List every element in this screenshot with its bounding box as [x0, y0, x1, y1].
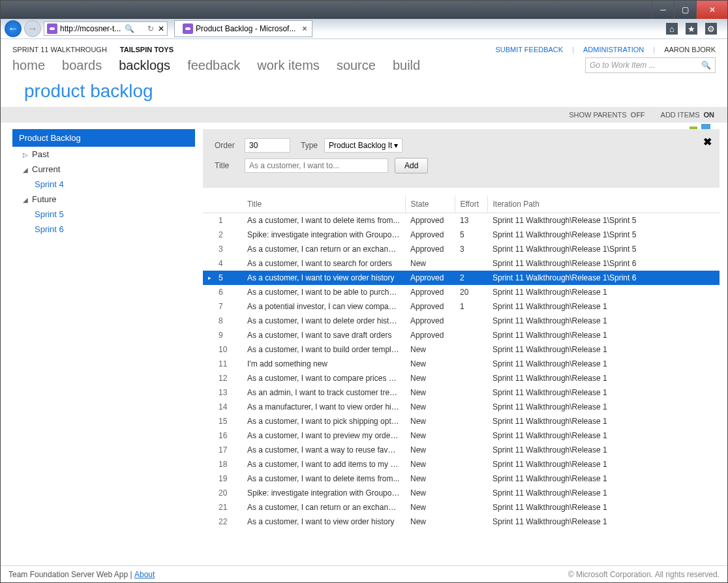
nav-forward-button[interactable]: → [24, 20, 41, 37]
cell-state: Approved [405, 228, 455, 242]
cell-title: As a customer, I want to delete items fr… [242, 471, 405, 486]
cell-effort [455, 515, 487, 529]
row-number: 5 [213, 271, 242, 285]
table-row[interactable]: 13As an admin, I want to track customer … [203, 385, 720, 400]
footer-about-link[interactable]: About [134, 570, 155, 579]
row-indicator-icon [203, 500, 213, 515]
tree-sprint-5[interactable]: Sprint 5 [16, 207, 195, 222]
table-row[interactable]: 1As a customer, I want to delete items f… [203, 213, 720, 228]
cell-effort: 13 [455, 213, 487, 228]
table-row[interactable]: 8As a customer, I want to delete order h… [203, 314, 720, 328]
cell-effort [455, 342, 487, 357]
row-indicator-icon [203, 385, 213, 400]
minimize-button[interactable]: ─ [652, 1, 674, 19]
table-row[interactable]: 11I'm add something newNewSprint 11 Walk… [203, 357, 720, 371]
cell-title: As a customer, I can return or an exchan… [242, 242, 405, 256]
table-row[interactable]: 14As a manufacturer, I want to view orde… [203, 400, 720, 414]
tree-current[interactable]: ◢Current [16, 162, 195, 177]
table-row[interactable]: 21As a customer, I can return or an exch… [203, 500, 720, 515]
table-row[interactable]: 6As a customer, I want to be able to pur… [203, 285, 720, 299]
add-items-toggle[interactable]: ON [704, 111, 715, 119]
project-collection[interactable]: SPRINT 11 WALKTHROUGH [12, 46, 107, 53]
nav-item-source[interactable]: source [337, 58, 376, 73]
nav-item-work-items[interactable]: work items [257, 58, 320, 73]
administration-link[interactable]: ADMINISTRATION [583, 46, 644, 53]
table-row[interactable]: 22As a customer, I want to view order hi… [203, 515, 720, 529]
tree-sprint-6[interactable]: Sprint 6 [16, 222, 195, 237]
nav-item-feedback[interactable]: feedback [187, 58, 240, 73]
table-row[interactable]: ▸5As a customer, I want to view order hi… [203, 271, 720, 285]
table-row[interactable]: 17As a customer, I want a way to reuse f… [203, 443, 720, 457]
title-label: Title [215, 161, 238, 170]
nav-item-build[interactable]: build [393, 58, 420, 73]
home-icon[interactable]: ⌂ [666, 23, 678, 35]
row-indicator-icon [203, 228, 213, 242]
cell-title: As a customer, I want to view order hist… [242, 515, 405, 529]
browser-tab[interactable]: Product Backlog - Microsof... × [174, 20, 312, 37]
row-indicator-icon [203, 400, 213, 414]
maximize-button[interactable]: ▢ [674, 1, 696, 19]
tree-future[interactable]: ◢Future [16, 192, 195, 207]
show-parents-toggle[interactable]: OFF [631, 111, 645, 119]
tree-past[interactable]: ▷Past [16, 147, 195, 162]
nav-item-home[interactable]: home [12, 58, 45, 73]
favorites-icon[interactable]: ★ [686, 23, 697, 35]
table-row[interactable]: 7As a potential investor, I can view com… [203, 299, 720, 314]
order-input[interactable] [245, 138, 290, 153]
cell-iteration: Sprint 11 Walkthrough\Release 1 [487, 285, 720, 299]
browser-toolbar: ← → http://mcosner-t... 🔍 ↻ ✕ Product Ba… [1, 19, 727, 38]
type-select[interactable]: Product Backlog It ▾ [324, 138, 402, 153]
breadcrumb: SPRINT 11 WALKTHROUGH TAILSPIN TOYS SUBM… [12, 46, 716, 53]
tree-sprint-4[interactable]: Sprint 4 [16, 177, 195, 192]
col-effort[interactable]: Effort [455, 196, 487, 213]
stop-icon[interactable]: ✕ [158, 24, 167, 33]
address-bar[interactable]: http://mcosner-t... 🔍 ↻ ✕ [44, 22, 168, 36]
nav-back-button[interactable]: ← [5, 20, 22, 37]
table-row[interactable]: 19As a customer, I want to delete items … [203, 471, 720, 486]
tree-product-backlog[interactable]: Product Backlog [12, 129, 195, 147]
team-project[interactable]: TAILSPIN TOYS [120, 46, 174, 53]
table-row[interactable]: 10As a customer, I want to build order t… [203, 342, 720, 357]
cell-iteration: Sprint 11 Walkthrough\Release 1 [487, 342, 720, 357]
tools-icon[interactable]: ⚙ [705, 23, 717, 35]
cell-effort [455, 457, 487, 471]
user-name[interactable]: AARON BJORK [664, 46, 716, 53]
search-icon[interactable]: 🔍 [701, 61, 711, 70]
cell-title: As a customer, I want to preview my orde… [242, 428, 405, 443]
close-icon[interactable]: ✖ [703, 136, 712, 148]
table-row[interactable]: 15As a customer, I want to pick shipping… [203, 414, 720, 428]
col-state[interactable]: State [405, 196, 455, 213]
col-iteration[interactable]: Iteration Path [487, 196, 720, 213]
table-row[interactable]: 4As a customer, I want to search for ord… [203, 256, 720, 271]
cell-title: As a customer, I can return or an exchan… [242, 500, 405, 515]
table-row[interactable]: 20Spike: investigate integration with Gr… [203, 486, 720, 500]
table-row[interactable]: 18As a customer, I want to add items to … [203, 457, 720, 471]
table-row[interactable]: 9As a customer, I want to save draft ord… [203, 328, 720, 342]
row-number: 19 [213, 471, 242, 486]
grid-scroll[interactable]: Title State Effort Iteration Path 1As a … [203, 196, 720, 565]
row-number: 7 [213, 299, 242, 314]
table-row[interactable]: 12As a customer, I want to compare price… [203, 371, 720, 385]
submit-feedback-link[interactable]: SUBMIT FEEDBACK [495, 46, 563, 53]
table-row[interactable]: 16As a customer, I want to preview my or… [203, 428, 720, 443]
cell-iteration: Sprint 11 Walkthrough\Release 1 [487, 457, 720, 471]
nav-item-backlogs[interactable]: backlogs [119, 58, 170, 73]
nav-item-boards[interactable]: boards [62, 58, 102, 73]
row-number: 9 [213, 328, 242, 342]
col-title[interactable]: Title [242, 196, 405, 213]
cell-state: Approved [405, 213, 455, 228]
search-input[interactable]: Go to Work Item ... 🔍 [585, 57, 716, 73]
tab-close-icon[interactable]: × [302, 24, 307, 33]
refresh-icon[interactable]: ↻ [144, 24, 158, 33]
cell-iteration: Sprint 11 Walkthrough\Release 1 [487, 357, 720, 371]
table-row[interactable]: 2Spike: investigate integration with Gro… [203, 228, 720, 242]
grid-header-row: Title State Effort Iteration Path [203, 196, 720, 213]
title-input[interactable] [245, 158, 388, 173]
close-button[interactable]: ✕ [696, 1, 727, 19]
cell-title: As a customer, I want to view order hist… [242, 271, 405, 285]
add-button[interactable]: Add [395, 158, 428, 173]
cell-title: As a customer, I want to compare prices … [242, 371, 405, 385]
row-number: 22 [213, 515, 242, 529]
row-number: 15 [213, 414, 242, 428]
table-row[interactable]: 3As a customer, I can return or an excha… [203, 242, 720, 256]
